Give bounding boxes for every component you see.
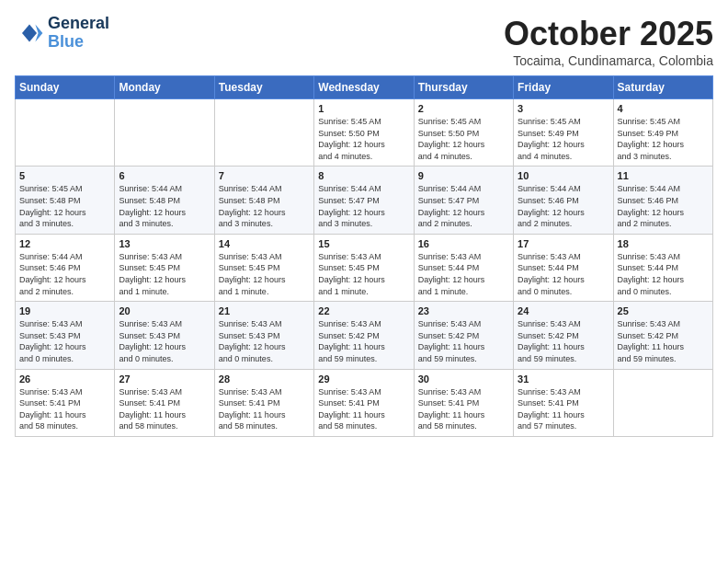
calendar-cell: 7Sunrise: 5:44 AMSunset: 5:48 PMDaylight… — [214, 167, 313, 234]
day-number: 26 — [19, 373, 110, 385]
day-number: 1 — [318, 103, 409, 114]
calendar-cell: 18Sunrise: 5:43 AMSunset: 5:44 PMDayligh… — [613, 234, 712, 301]
cell-info: Sunrise: 5:43 AMSunset: 5:42 PMDaylight:… — [518, 318, 609, 364]
cell-info: Sunrise: 5:43 AMSunset: 5:45 PMDaylight:… — [219, 251, 310, 297]
calendar-cell: 27Sunrise: 5:43 AMSunset: 5:41 PMDayligh… — [115, 369, 214, 436]
cell-info: Sunrise: 5:44 AMSunset: 5:47 PMDaylight:… — [418, 183, 509, 229]
calendar-cell: 24Sunrise: 5:43 AMSunset: 5:42 PMDayligh… — [514, 302, 613, 369]
day-number: 29 — [318, 373, 409, 385]
calendar-week-row: 19Sunrise: 5:43 AMSunset: 5:43 PMDayligh… — [16, 302, 713, 369]
calendar-cell: 10Sunrise: 5:44 AMSunset: 5:46 PMDayligh… — [514, 167, 613, 234]
svg-marker-1 — [22, 24, 37, 41]
day-number: 11 — [618, 170, 709, 181]
cell-info: Sunrise: 5:45 AMSunset: 5:49 PMDaylight:… — [618, 116, 709, 162]
calendar-cell: 26Sunrise: 5:43 AMSunset: 5:41 PMDayligh… — [16, 369, 115, 436]
calendar-week-row: 12Sunrise: 5:44 AMSunset: 5:46 PMDayligh… — [16, 234, 713, 301]
day-number: 30 — [418, 373, 509, 385]
cell-info: Sunrise: 5:45 AMSunset: 5:49 PMDaylight:… — [518, 116, 609, 162]
calendar-cell: 3Sunrise: 5:45 AMSunset: 5:49 PMDaylight… — [514, 99, 613, 167]
cell-info: Sunrise: 5:44 AMSunset: 5:48 PMDaylight:… — [219, 183, 310, 229]
calendar-cell: 23Sunrise: 5:43 AMSunset: 5:42 PMDayligh… — [414, 302, 513, 369]
cell-info: Sunrise: 5:44 AMSunset: 5:47 PMDaylight:… — [318, 183, 409, 229]
calendar-cell — [115, 99, 214, 167]
logo-text: General Blue — [48, 15, 109, 52]
calendar-cell: 30Sunrise: 5:43 AMSunset: 5:41 PMDayligh… — [414, 369, 513, 436]
weekday-header: Friday — [514, 76, 613, 99]
title-block: October 2025 Tocaima, Cundinamarca, Colo… — [504, 15, 713, 68]
day-number: 16 — [418, 238, 509, 249]
calendar-cell: 8Sunrise: 5:44 AMSunset: 5:47 PMDaylight… — [314, 167, 414, 234]
month-title: October 2025 — [504, 15, 713, 53]
calendar-cell: 29Sunrise: 5:43 AMSunset: 5:41 PMDayligh… — [314, 369, 414, 436]
cell-info: Sunrise: 5:43 AMSunset: 5:41 PMDaylight:… — [219, 386, 310, 432]
logo-icon — [15, 18, 44, 48]
calendar-cell: 13Sunrise: 5:43 AMSunset: 5:45 PMDayligh… — [115, 234, 214, 301]
calendar-cell — [613, 369, 712, 436]
logo: General Blue — [15, 15, 109, 52]
day-number: 23 — [418, 305, 509, 316]
cell-info: Sunrise: 5:45 AMSunset: 5:48 PMDaylight:… — [19, 183, 110, 229]
calendar-cell: 4Sunrise: 5:45 AMSunset: 5:49 PMDaylight… — [613, 99, 712, 167]
calendar-cell: 17Sunrise: 5:43 AMSunset: 5:44 PMDayligh… — [514, 234, 613, 301]
cell-info: Sunrise: 5:44 AMSunset: 5:46 PMDaylight:… — [518, 183, 609, 229]
cell-info: Sunrise: 5:45 AMSunset: 5:50 PMDaylight:… — [318, 116, 409, 162]
day-number: 24 — [518, 305, 609, 316]
day-number: 20 — [119, 305, 210, 316]
day-number: 19 — [19, 305, 110, 316]
day-number: 2 — [418, 103, 509, 114]
calendar-cell: 2Sunrise: 5:45 AMSunset: 5:50 PMDaylight… — [414, 99, 513, 167]
day-number: 3 — [518, 103, 609, 114]
calendar-cell: 14Sunrise: 5:43 AMSunset: 5:45 PMDayligh… — [214, 234, 313, 301]
day-number: 25 — [618, 305, 709, 316]
day-number: 17 — [518, 238, 609, 249]
weekday-header: Thursday — [414, 76, 513, 99]
calendar-cell: 6Sunrise: 5:44 AMSunset: 5:48 PMDaylight… — [115, 167, 214, 234]
cell-info: Sunrise: 5:44 AMSunset: 5:46 PMDaylight:… — [19, 251, 110, 297]
cell-info: Sunrise: 5:43 AMSunset: 5:44 PMDaylight:… — [618, 251, 709, 297]
calendar-cell: 15Sunrise: 5:43 AMSunset: 5:45 PMDayligh… — [314, 234, 414, 301]
cell-info: Sunrise: 5:43 AMSunset: 5:41 PMDaylight:… — [318, 386, 409, 432]
cell-info: Sunrise: 5:43 AMSunset: 5:45 PMDaylight:… — [119, 251, 210, 297]
calendar-cell: 12Sunrise: 5:44 AMSunset: 5:46 PMDayligh… — [16, 234, 115, 301]
calendar-cell — [214, 99, 313, 167]
calendar-cell: 19Sunrise: 5:43 AMSunset: 5:43 PMDayligh… — [16, 302, 115, 369]
weekday-header: Tuesday — [214, 76, 313, 99]
day-number: 5 — [19, 170, 110, 181]
calendar-week-row: 1Sunrise: 5:45 AMSunset: 5:50 PMDaylight… — [16, 99, 713, 167]
calendar-cell: 11Sunrise: 5:44 AMSunset: 5:46 PMDayligh… — [613, 167, 712, 234]
cell-info: Sunrise: 5:43 AMSunset: 5:41 PMDaylight:… — [19, 386, 110, 432]
day-number: 27 — [119, 373, 210, 385]
location: Tocaima, Cundinamarca, Colombia — [504, 53, 713, 68]
cell-info: Sunrise: 5:43 AMSunset: 5:42 PMDaylight:… — [418, 318, 509, 364]
day-number: 22 — [318, 305, 409, 316]
cell-info: Sunrise: 5:43 AMSunset: 5:43 PMDaylight:… — [219, 318, 310, 364]
day-number: 8 — [318, 170, 409, 181]
weekday-header: Sunday — [16, 76, 115, 99]
calendar-cell: 5Sunrise: 5:45 AMSunset: 5:48 PMDaylight… — [16, 167, 115, 234]
day-number: 15 — [318, 238, 409, 249]
calendar-cell: 31Sunrise: 5:43 AMSunset: 5:41 PMDayligh… — [514, 369, 613, 436]
cell-info: Sunrise: 5:43 AMSunset: 5:44 PMDaylight:… — [518, 251, 609, 297]
cell-info: Sunrise: 5:43 AMSunset: 5:45 PMDaylight:… — [318, 251, 409, 297]
day-number: 28 — [219, 373, 310, 385]
day-number: 9 — [418, 170, 509, 181]
cell-info: Sunrise: 5:43 AMSunset: 5:42 PMDaylight:… — [318, 318, 409, 364]
weekday-header: Saturday — [613, 76, 712, 99]
calendar-cell: 28Sunrise: 5:43 AMSunset: 5:41 PMDayligh… — [214, 369, 313, 436]
day-number: 14 — [219, 238, 310, 249]
cell-info: Sunrise: 5:43 AMSunset: 5:42 PMDaylight:… — [618, 318, 709, 364]
day-number: 10 — [518, 170, 609, 181]
cell-info: Sunrise: 5:44 AMSunset: 5:46 PMDaylight:… — [618, 183, 709, 229]
weekday-header: Wednesday — [314, 76, 414, 99]
day-number: 21 — [219, 305, 310, 316]
weekday-header: Monday — [115, 76, 214, 99]
calendar-week-row: 5Sunrise: 5:45 AMSunset: 5:48 PMDaylight… — [16, 167, 713, 234]
calendar-cell: 1Sunrise: 5:45 AMSunset: 5:50 PMDaylight… — [314, 99, 414, 167]
calendar-cell — [16, 99, 115, 167]
calendar-table: SundayMondayTuesdayWednesdayThursdayFrid… — [15, 75, 713, 437]
day-number: 13 — [119, 238, 210, 249]
calendar-cell: 25Sunrise: 5:43 AMSunset: 5:42 PMDayligh… — [613, 302, 712, 369]
calendar-cell: 9Sunrise: 5:44 AMSunset: 5:47 PMDaylight… — [414, 167, 513, 234]
cell-info: Sunrise: 5:43 AMSunset: 5:44 PMDaylight:… — [418, 251, 509, 297]
calendar-cell: 21Sunrise: 5:43 AMSunset: 5:43 PMDayligh… — [214, 302, 313, 369]
